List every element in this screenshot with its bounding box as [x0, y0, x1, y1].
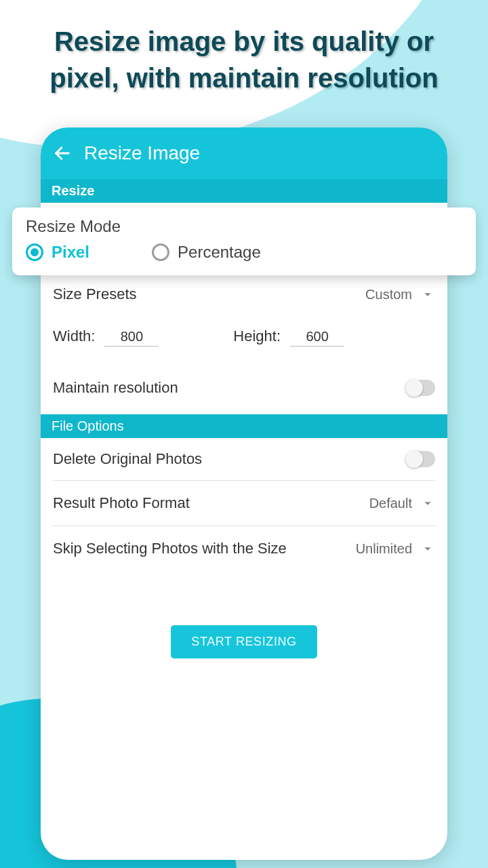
result-format-label: Result Photo Format	[53, 494, 190, 512]
maintain-resolution-toggle[interactable]	[405, 380, 435, 396]
mode-percentage-label: Percentage	[178, 243, 261, 262]
section-resize: Resize	[41, 179, 447, 203]
resize-mode-title: Resize Mode	[26, 217, 462, 236]
section-file-options: File Options	[41, 414, 447, 438]
chevron-down-icon	[420, 541, 435, 556]
size-presets-value: Custom	[365, 287, 412, 302]
result-format-value: Default	[369, 496, 412, 511]
skip-size-value: Unlimited	[356, 541, 412, 557]
back-arrow-icon[interactable]	[53, 144, 72, 163]
resize-mode-card: Resize Mode Pixel Percentage	[12, 208, 476, 275]
maintain-resolution-label: Maintain resolution	[53, 379, 178, 397]
radio-selected-icon	[26, 243, 43, 261]
chevron-down-icon	[420, 287, 435, 302]
delete-original-row: Delete Original Photos	[53, 438, 435, 481]
app-bar-title: Resize Image	[84, 142, 200, 164]
chevron-down-icon	[420, 496, 435, 511]
skip-size-label: Skip Selecting Photos with the Size	[53, 540, 287, 557]
start-resizing-button[interactable]: START RESIZING	[171, 625, 317, 658]
delete-original-label: Delete Original Photos	[53, 450, 202, 468]
app-bar: Resize Image	[41, 127, 447, 179]
mode-percentage-option[interactable]: Percentage	[152, 243, 261, 262]
promo-headline: Resize image by its quality or pixel, wi…	[0, 23, 488, 96]
mode-pixel-option[interactable]: Pixel	[26, 243, 89, 262]
height-label: Height:	[233, 328, 281, 345]
maintain-resolution-row: Maintain resolution	[53, 367, 435, 414]
radio-unselected-icon	[152, 243, 169, 261]
height-input[interactable]	[290, 329, 344, 347]
skip-size-row[interactable]: Skip Selecting Photos with the Size Unli…	[53, 526, 435, 571]
size-presets-label: Size Presets	[53, 285, 137, 303]
mode-pixel-label: Pixel	[52, 243, 89, 262]
width-input[interactable]	[104, 329, 159, 347]
result-format-row[interactable]: Result Photo Format Default	[53, 481, 435, 526]
delete-original-toggle[interactable]	[405, 451, 435, 467]
width-label: Width:	[53, 328, 95, 345]
